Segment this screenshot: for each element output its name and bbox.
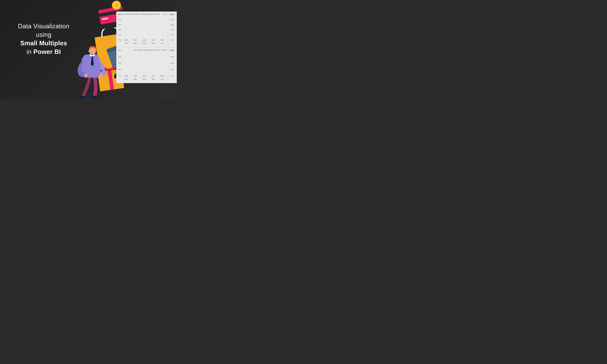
x-label: NGZ: [141, 42, 148, 44]
y-tick: $10k: [118, 34, 121, 36]
x-label: DJIA: [123, 42, 130, 44]
y-axis: $0k $20k $40k $60k $80k $100k: [169, 16, 174, 41]
page-title: Data Visualization using Small Multiples…: [9, 22, 79, 56]
small-multiples-grid: Tue Jan 01 2019 00:00:00 GMT +0530 (Indi…: [116, 12, 177, 83]
y-tick: $30k: [118, 24, 121, 26]
y-tick: $20k: [171, 34, 174, 36]
x-label: SPX: [150, 78, 157, 80]
y-tick: $0k: [172, 39, 174, 41]
title-line-3: Small Multiples: [20, 39, 67, 47]
plot-area: $0k $20k $40k $60k $80k $100k: [174, 16, 176, 41]
y-axis: $0k $20k $40k $60k $80k: [169, 52, 174, 78]
chart-header-value: 71.8k: [162, 13, 167, 15]
bar-label: 5.6k: [134, 75, 137, 77]
title-line-1: Data Visualization: [18, 23, 69, 30]
bar-label: 14.4k: [142, 39, 146, 41]
y-tick: $100k: [170, 14, 174, 15]
x-label: DJIA: [123, 78, 130, 80]
y-tick: $50k: [118, 14, 121, 15]
y-tick: $20k: [118, 69, 121, 70]
y-tick: $80k: [171, 50, 174, 51]
y-tick: $40k: [171, 63, 174, 64]
y-tick: $0k: [172, 75, 174, 77]
chart-title: Tue Jan 01 2019 00:00:00 GMT +0530 (Indi…: [118, 13, 162, 15]
y-axis: $0k $10k $20k $30k $40k $50k: [118, 16, 122, 41]
chart-panel-1: Tue Jan 01 2 $0k $20k $40k $60k $80k $10…: [168, 12, 177, 47]
y-tick: $20k: [118, 29, 121, 31]
bar-label: 5.2k: [152, 39, 155, 41]
bar-label: 76.0k: [124, 75, 128, 77]
bar-label: 18.0k: [160, 39, 164, 41]
title-line-2: using: [36, 31, 52, 38]
y-tick: $60k: [118, 56, 121, 57]
y-tick: $80k: [118, 50, 121, 51]
y-tick: $80k: [171, 19, 174, 20]
chart-panel-0: Tue Jan 01 2019 00:00:00 GMT +0530 (Indi…: [116, 12, 168, 47]
x-label: MID: [132, 78, 139, 80]
y-tick: $60k: [171, 56, 174, 57]
y-tick: $40k: [118, 63, 121, 64]
y-tick: $40k: [118, 19, 121, 20]
x-label: MID: [132, 42, 139, 44]
y-tick: $0k: [119, 75, 121, 77]
x-label: SPX: [150, 42, 157, 44]
y-tick: $20k: [171, 69, 174, 70]
plot-area: $0k $10k $20k $30k $40k $50k 48.2k 4.0k …: [122, 16, 167, 41]
bar-label: 28.9k: [160, 75, 164, 77]
chart-title: MT +0530 (India Standard Time) -Mon: [118, 49, 161, 51]
y-tick: $0k: [119, 39, 121, 41]
plot-area: $0k $20k $40k $60k $80k 76.0k 5.6k 25.8k…: [122, 52, 167, 78]
bar-label: 4.0k: [134, 39, 137, 41]
chart-panel-2: MT +0530 (India Standard Time) -Mon 115.…: [116, 47, 168, 83]
chart-header-value: 115.4k: [161, 49, 167, 51]
x-label: Avg: [159, 78, 166, 80]
y-tick: $40k: [171, 29, 174, 31]
bar-label: 8.1k: [152, 75, 155, 77]
title-line-4-prefix: in: [26, 48, 33, 55]
title-line-4-bold: Power BI: [33, 48, 61, 55]
x-label: Avg: [159, 42, 166, 44]
y-axis: $0k $20k $40k $60k $80k: [118, 52, 122, 78]
plot-area: $0k $20k $40k $60k $80k: [174, 52, 176, 78]
y-tick: $60k: [171, 24, 174, 26]
bar-label: 48.2k: [124, 39, 128, 41]
bar-label: 25.8k: [142, 75, 146, 77]
chart-panel-3: Tue Jan 01 2 $0k $20k $40k $60k $80k: [168, 47, 177, 83]
x-label: NGZ: [141, 78, 148, 80]
